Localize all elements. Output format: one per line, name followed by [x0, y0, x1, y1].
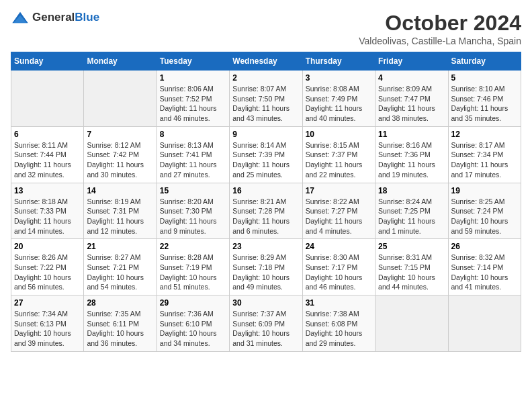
day-number: 26	[451, 242, 518, 251]
calendar-cell: 1Sunrise: 8:06 AM Sunset: 7:52 PM Daylig…	[157, 71, 229, 127]
calendar-cell	[448, 295, 521, 352]
day-number: 17	[306, 186, 372, 195]
calendar-cell: 22Sunrise: 8:28 AM Sunset: 7:19 PM Dayli…	[157, 239, 229, 295]
calendar-cell: 19Sunrise: 8:25 AM Sunset: 7:24 PM Dayli…	[448, 183, 521, 239]
calendar-cell: 7Sunrise: 8:12 AM Sunset: 7:42 PM Daylig…	[84, 126, 157, 183]
day-info: Sunrise: 8:26 AM Sunset: 7:22 PM Dayligh…	[14, 253, 81, 292]
calendar-cell	[84, 71, 157, 127]
day-number: 13	[14, 186, 81, 195]
day-info: Sunrise: 8:21 AM Sunset: 7:28 PM Dayligh…	[232, 197, 299, 236]
day-info: Sunrise: 8:29 AM Sunset: 7:18 PM Dayligh…	[232, 253, 299, 292]
day-number: 11	[378, 130, 445, 139]
calendar-cell: 5Sunrise: 8:10 AM Sunset: 7:46 PM Daylig…	[448, 71, 521, 127]
day-number: 16	[232, 186, 299, 195]
day-info: Sunrise: 7:35 AM Sunset: 6:11 PM Dayligh…	[87, 309, 153, 349]
weekday-header-cell: Thursday	[302, 52, 375, 71]
calendar-cell: 23Sunrise: 8:29 AM Sunset: 7:18 PM Dayli…	[230, 239, 302, 295]
calendar-cell: 17Sunrise: 8:22 AM Sunset: 7:27 PM Dayli…	[302, 183, 375, 239]
day-number: 30	[232, 298, 299, 308]
day-number: 18	[378, 186, 445, 195]
day-info: Sunrise: 8:22 AM Sunset: 7:27 PM Dayligh…	[306, 197, 372, 236]
day-info: Sunrise: 8:18 AM Sunset: 7:33 PM Dayligh…	[14, 197, 81, 236]
day-number: 12	[451, 130, 518, 139]
calendar-cell: 2Sunrise: 8:07 AM Sunset: 7:50 PM Daylig…	[230, 71, 302, 127]
day-info: Sunrise: 8:10 AM Sunset: 7:46 PM Dayligh…	[451, 84, 518, 124]
day-info: Sunrise: 8:15 AM Sunset: 7:37 PM Dayligh…	[306, 140, 372, 180]
day-info: Sunrise: 8:16 AM Sunset: 7:36 PM Dayligh…	[378, 140, 445, 180]
day-info: Sunrise: 7:36 AM Sunset: 6:10 PM Dayligh…	[160, 309, 226, 349]
day-number: 28	[87, 298, 153, 308]
weekday-header-cell: Monday	[84, 52, 157, 71]
day-info: Sunrise: 8:32 AM Sunset: 7:14 PM Dayligh…	[451, 253, 518, 292]
day-info: Sunrise: 8:06 AM Sunset: 7:52 PM Dayligh…	[160, 84, 226, 124]
day-info: Sunrise: 8:14 AM Sunset: 7:39 PM Dayligh…	[232, 140, 299, 180]
calendar-cell	[11, 71, 84, 127]
day-number: 25	[378, 242, 445, 251]
header: GeneralBlue October 2024 Valdeolivas, Ca…	[11, 11, 521, 46]
day-number: 2	[232, 73, 299, 83]
calendar-week-row: 6Sunrise: 8:11 AM Sunset: 7:44 PM Daylig…	[11, 126, 521, 183]
location-title: Valdeolivas, Castille-La Mancha, Spain	[359, 36, 521, 46]
calendar-cell: 18Sunrise: 8:24 AM Sunset: 7:25 PM Dayli…	[375, 183, 448, 239]
calendar-cell: 9Sunrise: 8:14 AM Sunset: 7:39 PM Daylig…	[230, 126, 302, 183]
weekday-header-cell: Friday	[375, 52, 448, 71]
weekday-header-cell: Wednesday	[230, 52, 302, 71]
calendar-cell: 27Sunrise: 7:34 AM Sunset: 6:13 PM Dayli…	[11, 295, 84, 352]
calendar-cell: 15Sunrise: 8:20 AM Sunset: 7:30 PM Dayli…	[157, 183, 229, 239]
calendar-cell: 26Sunrise: 8:32 AM Sunset: 7:14 PM Dayli…	[448, 239, 521, 295]
day-number: 4	[378, 73, 445, 83]
day-number: 14	[87, 186, 153, 195]
calendar-cell	[375, 295, 448, 352]
day-number: 31	[306, 298, 372, 308]
day-info: Sunrise: 7:34 AM Sunset: 6:13 PM Dayligh…	[14, 309, 81, 349]
day-number: 5	[451, 73, 518, 83]
day-info: Sunrise: 7:38 AM Sunset: 6:08 PM Dayligh…	[306, 309, 372, 349]
day-number: 15	[160, 186, 226, 195]
calendar-week-row: 20Sunrise: 8:26 AM Sunset: 7:22 PM Dayli…	[11, 239, 521, 295]
day-info: Sunrise: 8:08 AM Sunset: 7:49 PM Dayligh…	[306, 84, 372, 124]
logo: GeneralBlue	[11, 11, 99, 24]
day-info: Sunrise: 8:11 AM Sunset: 7:44 PM Dayligh…	[14, 140, 81, 180]
day-number: 20	[14, 242, 81, 251]
calendar-cell: 16Sunrise: 8:21 AM Sunset: 7:28 PM Dayli…	[230, 183, 302, 239]
day-info: Sunrise: 8:28 AM Sunset: 7:19 PM Dayligh…	[160, 253, 226, 292]
weekday-header-row: SundayMondayTuesdayWednesdayThursdayFrid…	[11, 52, 521, 71]
day-info: Sunrise: 8:12 AM Sunset: 7:42 PM Dayligh…	[87, 140, 153, 180]
logo-icon	[11, 11, 30, 24]
day-info: Sunrise: 8:24 AM Sunset: 7:25 PM Dayligh…	[378, 197, 445, 236]
calendar-table: SundayMondayTuesdayWednesdayThursdayFrid…	[11, 52, 521, 352]
day-info: Sunrise: 8:17 AM Sunset: 7:34 PM Dayligh…	[451, 140, 518, 180]
day-info: Sunrise: 8:19 AM Sunset: 7:31 PM Dayligh…	[87, 197, 153, 236]
calendar-cell: 12Sunrise: 8:17 AM Sunset: 7:34 PM Dayli…	[448, 126, 521, 183]
day-info: Sunrise: 8:31 AM Sunset: 7:15 PM Dayligh…	[378, 253, 445, 292]
calendar-cell: 29Sunrise: 7:36 AM Sunset: 6:10 PM Dayli…	[157, 295, 229, 352]
calendar-cell: 25Sunrise: 8:31 AM Sunset: 7:15 PM Dayli…	[375, 239, 448, 295]
calendar-cell: 31Sunrise: 7:38 AM Sunset: 6:08 PM Dayli…	[302, 295, 375, 352]
calendar-week-row: 27Sunrise: 7:34 AM Sunset: 6:13 PM Dayli…	[11, 295, 521, 352]
calendar-cell: 30Sunrise: 7:37 AM Sunset: 6:09 PM Dayli…	[230, 295, 302, 352]
weekday-header-cell: Sunday	[11, 52, 84, 71]
day-info: Sunrise: 8:25 AM Sunset: 7:24 PM Dayligh…	[451, 197, 518, 236]
day-info: Sunrise: 8:27 AM Sunset: 7:21 PM Dayligh…	[87, 253, 153, 292]
weekday-header-cell: Saturday	[448, 52, 521, 71]
calendar-body: 1Sunrise: 8:06 AM Sunset: 7:52 PM Daylig…	[11, 71, 521, 352]
day-info: Sunrise: 8:20 AM Sunset: 7:30 PM Dayligh…	[160, 197, 226, 236]
day-info: Sunrise: 8:13 AM Sunset: 7:41 PM Dayligh…	[160, 140, 226, 180]
weekday-header-cell: Tuesday	[157, 52, 229, 71]
calendar-week-row: 13Sunrise: 8:18 AM Sunset: 7:33 PM Dayli…	[11, 183, 521, 239]
day-number: 29	[160, 298, 226, 308]
day-number: 23	[232, 242, 299, 251]
calendar-cell: 6Sunrise: 8:11 AM Sunset: 7:44 PM Daylig…	[11, 126, 84, 183]
day-number: 7	[87, 130, 153, 139]
calendar-cell: 11Sunrise: 8:16 AM Sunset: 7:36 PM Dayli…	[375, 126, 448, 183]
calendar-cell: 20Sunrise: 8:26 AM Sunset: 7:22 PM Dayli…	[11, 239, 84, 295]
day-number: 8	[160, 130, 226, 139]
calendar-cell: 3Sunrise: 8:08 AM Sunset: 7:49 PM Daylig…	[302, 71, 375, 127]
calendar-cell: 4Sunrise: 8:09 AM Sunset: 7:47 PM Daylig…	[375, 71, 448, 127]
day-number: 27	[14, 298, 81, 308]
day-info: Sunrise: 8:09 AM Sunset: 7:47 PM Dayligh…	[378, 84, 445, 124]
title-area: October 2024 Valdeolivas, Castille-La Ma…	[359, 11, 521, 46]
day-number: 9	[232, 130, 299, 139]
calendar-cell: 24Sunrise: 8:30 AM Sunset: 7:17 PM Dayli…	[302, 239, 375, 295]
month-title: October 2024	[359, 11, 521, 36]
